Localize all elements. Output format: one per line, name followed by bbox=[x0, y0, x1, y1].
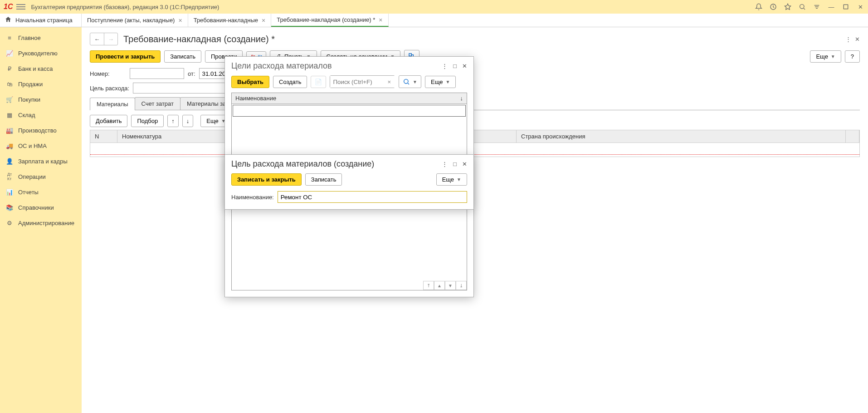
dialog-maximize-icon[interactable]: □ bbox=[453, 63, 457, 69]
tabs-bar: Начальная страница Поступление (акты, на… bbox=[0, 14, 868, 27]
sidebar-item-label: Производство bbox=[18, 127, 57, 134]
dialog2-title: Цель расхода материалов (создание) bbox=[231, 159, 442, 169]
sidebar-item-catalogs[interactable]: 📚Справочники bbox=[0, 200, 82, 215]
table-selected-row[interactable] bbox=[233, 105, 466, 117]
nav-last-icon[interactable]: ⤓ bbox=[456, 281, 467, 290]
sidebar-item-manager[interactable]: 📈Руководителю bbox=[0, 45, 82, 61]
dialog-more-button[interactable]: Еще▼ bbox=[425, 76, 456, 88]
hamburger-icon[interactable] bbox=[16, 4, 25, 10]
dialog-title: Цели расхода материалов bbox=[231, 61, 442, 71]
sidebar-item-sales[interactable]: 🛍Продажи bbox=[0, 76, 82, 92]
nav-down-icon[interactable]: ▼ bbox=[445, 281, 456, 290]
dialog2-maximize-icon[interactable]: □ bbox=[453, 161, 457, 167]
history-icon[interactable] bbox=[769, 3, 777, 11]
sidebar-item-production[interactable]: 🏭Производство bbox=[0, 123, 82, 138]
save-and-close-button[interactable]: Записать и закрыть bbox=[231, 173, 302, 186]
sidebar-item-assets[interactable]: 🚚ОС и НМА bbox=[0, 138, 82, 153]
settings-icon[interactable] bbox=[813, 3, 821, 11]
svg-marker-1 bbox=[785, 4, 790, 10]
sidebar-item-admin[interactable]: ⚙Администрирование bbox=[0, 215, 82, 231]
sidebar-item-label: Администрирование bbox=[18, 220, 74, 226]
dialog2-close-icon[interactable]: ✕ bbox=[462, 161, 467, 167]
tab-close-icon[interactable]: × bbox=[379, 16, 382, 24]
number-input[interactable] bbox=[130, 68, 184, 79]
sidebar-item-label: Справочники bbox=[18, 204, 54, 211]
create-button[interactable]: Создать bbox=[273, 76, 307, 88]
search-button[interactable]: ▼ bbox=[399, 75, 421, 88]
factory-icon: 🏭 bbox=[5, 126, 14, 134]
sidebar-item-label: ОС и НМА bbox=[18, 143, 47, 149]
pick-button[interactable]: Подбор bbox=[131, 115, 164, 127]
home-icon bbox=[5, 16, 12, 25]
maximize-icon[interactable] bbox=[842, 3, 850, 11]
bell-icon[interactable] bbox=[755, 3, 763, 11]
help-button[interactable]: ? bbox=[845, 50, 860, 63]
tab-receipts[interactable]: Поступление (акты, накладные) × bbox=[82, 14, 188, 27]
tab-label: Требование-накладная (создание) * bbox=[277, 16, 375, 23]
select-button[interactable]: Выбрать bbox=[231, 76, 269, 88]
close-page-icon[interactable]: ✕ bbox=[855, 36, 860, 43]
move-up-button[interactable]: ↑ bbox=[167, 115, 179, 127]
sidebar-item-salary[interactable]: 👤Зарплата и кадры bbox=[0, 153, 82, 169]
more-button[interactable]: Еще▼ bbox=[810, 50, 841, 63]
dtct-icon: ДтКт bbox=[5, 172, 14, 181]
sidebar-item-main[interactable]: ≡Главное bbox=[0, 30, 82, 45]
truck-icon: 🚚 bbox=[5, 142, 14, 150]
name-input[interactable] bbox=[278, 191, 467, 203]
bag-icon: 🛍 bbox=[5, 80, 14, 88]
sidebar-item-warehouse[interactable]: ▦Склад bbox=[0, 107, 82, 123]
back-button[interactable]: ← bbox=[90, 33, 104, 45]
dialog2-more-button[interactable]: Еще▼ bbox=[436, 173, 467, 186]
ruble-icon: ₽ bbox=[5, 64, 14, 73]
dialog-close-icon[interactable]: ✕ bbox=[462, 63, 467, 69]
page-title: Требование-накладная (создание) * bbox=[123, 34, 840, 44]
table-nav: ⤒ ▲ ▼ ⤓ bbox=[423, 281, 467, 290]
close-icon[interactable]: ✕ bbox=[856, 3, 864, 11]
col-n: N bbox=[90, 130, 117, 143]
sidebar-item-purchases[interactable]: 🛒Покупки bbox=[0, 92, 82, 107]
chart-icon: 📈 bbox=[5, 49, 14, 57]
tab-requirements[interactable]: Требования-накладные × bbox=[188, 14, 272, 27]
empty-row[interactable] bbox=[90, 143, 859, 155]
sort-icon[interactable]: ↓ bbox=[460, 95, 463, 102]
tab-close-icon[interactable]: × bbox=[178, 17, 182, 24]
col-extra bbox=[846, 130, 859, 143]
subtab-materials[interactable]: Материалы bbox=[90, 98, 135, 110]
save-button[interactable]: Записать bbox=[164, 50, 201, 63]
forward-button[interactable]: → bbox=[104, 33, 117, 45]
svg-point-9 bbox=[404, 79, 408, 84]
sidebar-item-label: Банк и касса bbox=[18, 65, 53, 72]
sidebar-item-label: Операции bbox=[18, 173, 46, 180]
dialog-create-purpose: Цель расхода материалов (создание) ⋮ □ ✕… bbox=[224, 154, 474, 210]
copy-button[interactable]: 📄 bbox=[311, 76, 326, 88]
app-logo: 1С bbox=[4, 3, 13, 11]
home-tab[interactable]: Начальная страница bbox=[0, 14, 82, 27]
sidebar-item-label: Зарплата и кадры bbox=[18, 158, 68, 165]
search-icon[interactable] bbox=[798, 3, 806, 11]
sidebar-item-label: Покупки bbox=[18, 96, 40, 103]
move-down-button[interactable]: ↓ bbox=[182, 115, 194, 127]
home-tab-label: Начальная страница bbox=[15, 17, 73, 24]
kebab-icon[interactable]: ⋮ bbox=[845, 36, 851, 43]
sidebar-item-bank[interactable]: ₽Банк и касса bbox=[0, 61, 82, 76]
nav-up-icon[interactable]: ▲ bbox=[434, 281, 445, 290]
add-button[interactable]: Добавить bbox=[90, 115, 127, 127]
subtab-cost-account[interactable]: Счет затрат bbox=[135, 97, 180, 110]
titlebar: 1С Бухгалтерия предприятия (базовая), ре… bbox=[0, 0, 868, 14]
tab-close-icon[interactable]: × bbox=[262, 17, 265, 24]
post-and-close-button[interactable]: Провести и закрыть bbox=[90, 50, 161, 63]
titlebar-actions: — ✕ bbox=[755, 3, 864, 11]
sidebar-item-label: Главное bbox=[18, 34, 41, 41]
search-clear-icon[interactable]: × bbox=[387, 79, 395, 85]
dialog-kebab-icon[interactable]: ⋮ bbox=[442, 63, 448, 69]
tab-requirement-create[interactable]: Требование-накладная (создание) * × bbox=[271, 14, 388, 27]
sidebar-item-operations[interactable]: ДтКтОперации bbox=[0, 169, 82, 184]
nav-arrows: ← → bbox=[90, 33, 118, 45]
minimize-icon[interactable]: — bbox=[827, 3, 835, 11]
star-icon[interactable] bbox=[784, 3, 792, 11]
from-label: от: bbox=[188, 70, 195, 77]
nav-first-icon[interactable]: ⤒ bbox=[423, 281, 434, 290]
sidebar-item-reports[interactable]: 📊Отчеты bbox=[0, 184, 82, 200]
save-button-dialog[interactable]: Записать bbox=[305, 173, 342, 186]
dialog2-kebab-icon[interactable]: ⋮ bbox=[442, 161, 448, 167]
